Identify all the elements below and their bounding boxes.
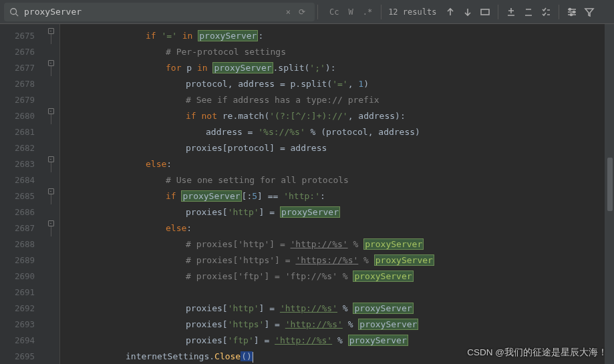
code-line[interactable]: else:	[72, 156, 605, 172]
fold-gutter: ------	[41, 24, 60, 364]
code-line[interactable]: for p in proxyServer.split(';'):	[72, 60, 605, 76]
remove-selection-button[interactable]	[521, 5, 536, 19]
filter-button[interactable]	[582, 5, 597, 19]
line-number: 2681	[0, 124, 41, 140]
history-icon[interactable]: ⟳	[299, 7, 305, 17]
code-line[interactable]: if not re.match('(?:[^/:]+)://', address…	[72, 108, 605, 124]
scrollbar-thumb[interactable]	[607, 158, 613, 211]
settings-button[interactable]	[565, 5, 579, 19]
code-line[interactable]: if '=' in proxyServer:	[72, 28, 605, 44]
line-number: 2675	[0, 28, 41, 44]
match-case-toggle[interactable]: Cc	[326, 5, 342, 19]
code-area[interactable]: if '=' in proxyServer:# Per-protocol set…	[60, 24, 605, 364]
line-number: 2690	[0, 268, 41, 285]
select-all-icon	[480, 7, 490, 17]
code-line[interactable]: proxies[protocol] = address	[72, 140, 605, 156]
checklist-icon	[541, 7, 551, 17]
clear-icon[interactable]: ×	[286, 7, 291, 17]
line-number: 2694	[0, 333, 41, 349]
scrollbar[interactable]	[605, 24, 614, 364]
arrow-up-icon	[445, 7, 456, 17]
toolbar-options: Cc W .* 12 results	[321, 5, 614, 19]
find-toolbar: × ⟳ Cc W .* 12 results	[0, 0, 614, 24]
search-input[interactable]	[23, 6, 286, 17]
line-number-gutter: 2675267626772678267926802681268226832684…	[0, 24, 41, 364]
line-number: 2680	[0, 108, 41, 124]
line-number: 2695	[0, 349, 41, 364]
code-line[interactable]: # proxies['ftp'] = 'ftp://%s' % proxySer…	[72, 268, 605, 285]
prev-match-button[interactable]	[443, 5, 458, 19]
line-number: 2688	[0, 236, 41, 252]
code-line[interactable]: if proxyServer[:5] == 'http:':	[72, 188, 605, 204]
separator	[559, 5, 559, 19]
select-all-button[interactable]	[478, 5, 492, 19]
plus-icon	[506, 7, 516, 17]
regex-toggle[interactable]: .*	[359, 5, 375, 19]
code-line[interactable]: proxies['http'] = 'http://%s' % proxySer…	[72, 301, 605, 317]
line-number: 2686	[0, 204, 41, 220]
svg-point-4	[573, 11, 575, 13]
separator	[498, 5, 498, 19]
svg-point-3	[569, 8, 571, 10]
minus-icon	[523, 7, 534, 17]
watermark: CSDN @我们的征途是星辰大海！	[467, 347, 607, 359]
code-editor[interactable]: 2675267626772678267926802681268226832684…	[0, 24, 614, 364]
code-line[interactable]: # proxies['http'] = 'http://%s' % proxyS…	[72, 236, 605, 252]
line-number: 2677	[0, 60, 41, 76]
separator	[381, 5, 381, 19]
line-number: 2676	[0, 44, 41, 60]
filter-icon	[584, 7, 595, 17]
code-line[interactable]	[72, 285, 605, 301]
svg-point-0	[11, 8, 17, 14]
svg-rect-2	[481, 9, 489, 15]
line-number: 2691	[0, 285, 41, 301]
results-count: 12 results	[388, 7, 436, 17]
code-line[interactable]: # Use one setting for all protocols	[72, 172, 605, 188]
line-number: 2679	[0, 92, 41, 108]
line-number: 2687	[0, 220, 41, 236]
code-line[interactable]: proxies['https'] = 'http://%s' % proxySe…	[72, 317, 605, 333]
search-inline-controls: × ⟳	[286, 7, 309, 17]
next-match-button[interactable]	[460, 5, 475, 19]
code-line[interactable]: else:	[72, 220, 605, 236]
arrow-down-icon	[462, 7, 473, 17]
line-number: 2683	[0, 156, 41, 172]
search-icon	[9, 7, 19, 17]
code-line[interactable]: proxies['http'] = proxyServer	[72, 204, 605, 220]
code-line[interactable]: # Per-protocol settings	[72, 44, 605, 60]
code-line[interactable]: # proxies['https'] = 'https://%s' % prox…	[72, 252, 605, 268]
separator	[317, 5, 318, 19]
line-number: 2682	[0, 140, 41, 156]
code-line[interactable]: # See if address has a type:// prefix	[72, 92, 605, 108]
sliders-icon	[567, 7, 577, 17]
svg-point-5	[571, 13, 573, 15]
svg-line-1	[16, 13, 19, 16]
line-number: 2684	[0, 172, 41, 188]
line-number: 2678	[0, 76, 41, 92]
line-number: 2689	[0, 252, 41, 268]
line-number: 2685	[0, 188, 41, 204]
line-number: 2692	[0, 301, 41, 317]
search-box[interactable]: × ⟳	[4, 3, 315, 21]
select-occurrences-button[interactable]	[539, 5, 553, 19]
line-number: 2693	[0, 317, 41, 333]
whole-word-toggle[interactable]: W	[345, 5, 356, 19]
add-selection-button[interactable]	[504, 5, 518, 19]
code-line[interactable]: address = '%s://%s' % (protocol, address…	[72, 124, 605, 140]
code-line[interactable]: protocol, address = p.split('=', 1)	[72, 76, 605, 92]
